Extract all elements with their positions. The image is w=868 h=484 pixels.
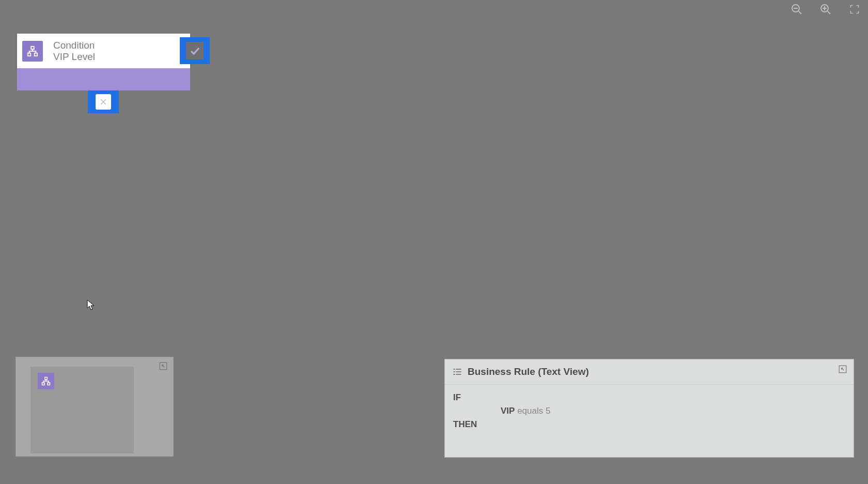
condition-icon	[22, 41, 43, 62]
svg-rect-14	[45, 377, 48, 380]
condition-node[interactable]: Condition VIP Level	[17, 34, 190, 68]
mouse-cursor-icon	[87, 299, 95, 311]
condition-no-port[interactable]	[88, 90, 119, 113]
canvas-toolbar	[789, 2, 862, 17]
svg-rect-16	[48, 383, 50, 385]
then-keyword: THEN	[453, 419, 477, 430]
condition-type-label: Condition	[53, 40, 95, 51]
expand-text-view-icon[interactable]	[838, 365, 848, 375]
condition-node-text: Condition VIP Level	[53, 40, 95, 63]
svg-line-4	[827, 11, 830, 14]
text-view-header: Business Rule (Text View)	[445, 359, 854, 385]
checkmark-icon	[186, 42, 204, 59]
svg-marker-25	[87, 300, 94, 310]
text-view-icon	[452, 367, 462, 377]
rule-condition: equals 5	[517, 406, 550, 416]
close-icon	[96, 94, 111, 110]
svg-rect-8	[28, 53, 31, 56]
minimap-condition-node	[38, 373, 54, 389]
svg-rect-7	[31, 46, 34, 49]
rule-expression: VIP equals 5	[501, 404, 845, 418]
expand-minimap-icon[interactable]	[159, 361, 168, 371]
zoom-in-icon[interactable]	[818, 2, 833, 17]
svg-line-24	[842, 368, 844, 371]
svg-rect-9	[35, 53, 38, 56]
text-view-title: Business Rule (Text View)	[468, 366, 589, 377]
condition-node-footer	[17, 68, 190, 90]
condition-name-label: VIP Level	[53, 51, 95, 63]
fit-screen-icon[interactable]	[847, 2, 862, 17]
business-rule-text-view: Business Rule (Text View) IF VIP equals …	[444, 359, 854, 458]
zoom-out-icon[interactable]	[789, 2, 804, 17]
if-keyword: IF	[453, 392, 461, 403]
svg-line-1	[798, 11, 801, 14]
svg-line-13	[162, 365, 165, 368]
condition-node-card[interactable]: Condition VIP Level	[17, 34, 190, 68]
text-view-body: IF VIP equals 5 THEN	[445, 385, 854, 437]
condition-yes-port[interactable]	[180, 37, 210, 64]
minimap-panel[interactable]	[16, 357, 174, 457]
rule-field: VIP	[501, 406, 515, 416]
svg-rect-15	[42, 383, 45, 385]
